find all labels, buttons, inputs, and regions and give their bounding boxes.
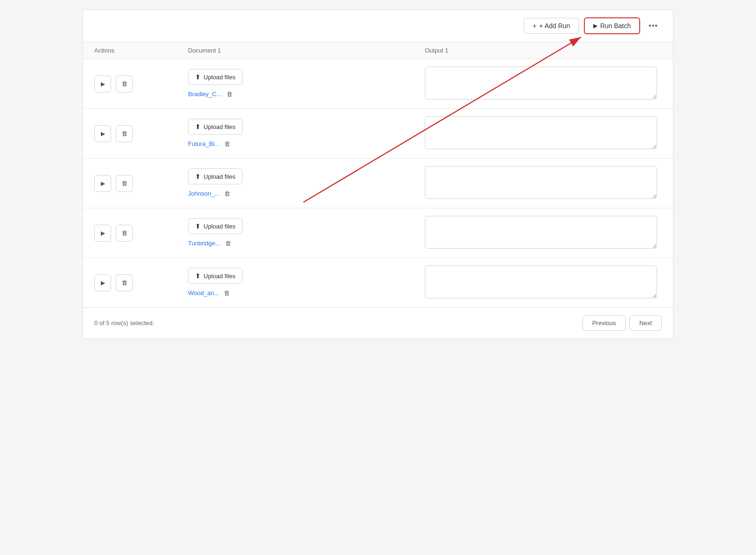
table-footer: 0 of 5 row(s) selected. Previous Next	[83, 307, 673, 338]
output-textarea[interactable]	[425, 216, 657, 249]
trash-icon: 🗑	[121, 80, 128, 87]
col-header-actions: Actions	[94, 47, 188, 54]
upload-files-button[interactable]: ⬆ Upload files	[188, 218, 242, 234]
upload-icon: ⬆	[195, 173, 201, 180]
previous-button[interactable]: Previous	[582, 315, 626, 331]
table-row: ▶ 🗑 ⬆ Upload files Tunbridge... 🗑	[83, 208, 673, 258]
output-cell	[425, 116, 662, 151]
document-cell: ⬆ Upload files Futura_Bi... 🗑	[188, 119, 425, 148]
document-cell: ⬆ Upload files Bradley_C... 🗑	[188, 69, 425, 99]
file-name: Johnson_...	[188, 190, 219, 197]
file-info: Bradley_C... 🗑	[188, 90, 416, 99]
plus-icon: +	[533, 22, 537, 30]
upload-label: Upload files	[204, 123, 235, 130]
table-row: ▶ 🗑 ⬆ Upload files Bradley_C... 🗑	[83, 59, 673, 109]
delete-row-button[interactable]: 🗑	[116, 175, 133, 192]
upload-icon: ⬆	[195, 222, 201, 230]
actions-cell: ▶ 🗑	[94, 225, 188, 242]
file-name: Futura_Bi...	[188, 140, 219, 147]
trash-icon: 🗑	[227, 91, 233, 98]
play-icon: ▶	[101, 230, 105, 236]
more-options-button[interactable]: •••	[645, 17, 662, 34]
play-button[interactable]: ▶	[94, 76, 111, 92]
run-batch-button[interactable]: ▶ Run Batch	[584, 17, 640, 34]
upload-icon: ⬆	[195, 272, 201, 280]
delete-row-button[interactable]: 🗑	[116, 125, 133, 142]
play-button[interactable]: ▶	[94, 225, 111, 242]
table-row: ▶ 🗑 ⬆ Upload files Johnson_... 🗑	[83, 159, 673, 208]
row-count: 0 of 5 row(s) selected.	[94, 319, 154, 327]
output-cell	[425, 67, 662, 101]
actions-cell: ▶ 🗑	[94, 76, 188, 92]
delete-row-button[interactable]: 🗑	[116, 274, 133, 291]
trash-icon: 🗑	[121, 279, 128, 286]
document-cell: ⬆ Upload files Johnson_... 🗑	[188, 168, 425, 198]
document-cell: ⬆ Upload files Wood_an... 🗑	[188, 268, 425, 297]
output-cell	[425, 266, 662, 300]
add-run-button[interactable]: + + Add Run	[524, 18, 579, 34]
delete-file-button[interactable]: 🗑	[223, 189, 231, 198]
file-info: Futura_Bi... 🗑	[188, 139, 416, 148]
output-cell	[425, 166, 662, 200]
output-textarea[interactable]	[425, 166, 657, 199]
pagination: Previous Next	[582, 315, 662, 331]
upload-label: Upload files	[204, 223, 235, 230]
upload-icon: ⬆	[195, 73, 201, 81]
trash-icon: 🗑	[224, 190, 230, 197]
col-header-output: Output 1	[425, 47, 662, 54]
run-batch-label: Run Batch	[600, 22, 631, 30]
play-icon: ▶	[101, 81, 105, 87]
upload-label: Upload files	[204, 173, 235, 180]
output-cell	[425, 216, 662, 250]
upload-files-button[interactable]: ⬆ Upload files	[188, 119, 242, 135]
play-button[interactable]: ▶	[94, 175, 111, 192]
file-info: Johnson_... 🗑	[188, 189, 416, 198]
delete-file-button[interactable]: 🗑	[226, 90, 234, 99]
delete-row-button[interactable]: 🗑	[116, 76, 133, 92]
play-icon: ▶	[101, 280, 105, 286]
file-info: Wood_an... 🗑	[188, 289, 416, 297]
table-body: ▶ 🗑 ⬆ Upload files Bradley_C... 🗑	[83, 59, 673, 307]
upload-label: Upload files	[204, 273, 235, 280]
document-cell: ⬆ Upload files Tunbridge... 🗑	[188, 218, 425, 248]
trash-icon: 🗑	[121, 180, 128, 187]
file-name: Bradley_C...	[188, 91, 222, 98]
col-header-document: Document 1	[188, 47, 425, 54]
output-textarea[interactable]	[425, 67, 657, 99]
file-info: Tunbridge... 🗑	[188, 239, 416, 248]
table-row: ▶ 🗑 ⬆ Upload files Wood_an... 🗑	[83, 258, 673, 307]
upload-files-button[interactable]: ⬆ Upload files	[188, 268, 242, 284]
play-button[interactable]: ▶	[94, 274, 111, 291]
next-button[interactable]: Next	[629, 315, 662, 331]
trash-icon: 🗑	[225, 240, 231, 247]
delete-file-button[interactable]: 🗑	[223, 139, 231, 148]
trash-icon: 🗑	[224, 289, 230, 297]
run-play-icon: ▶	[593, 23, 597, 29]
output-textarea[interactable]	[425, 266, 657, 298]
dots-icon: •••	[649, 22, 658, 30]
trash-icon: 🗑	[224, 140, 230, 147]
table-row: ▶ 🗑 ⬆ Upload files Futura_Bi... 🗑	[83, 109, 673, 159]
trash-icon: 🗑	[121, 229, 128, 236]
table-header: Actions Document 1 Output 1	[83, 42, 673, 59]
upload-icon: ⬆	[195, 123, 201, 130]
file-name: Wood_an...	[188, 289, 219, 297]
delete-file-button[interactable]: 🗑	[223, 289, 231, 297]
trash-icon: 🗑	[121, 130, 128, 137]
upload-files-button[interactable]: ⬆ Upload files	[188, 69, 242, 85]
upload-files-button[interactable]: ⬆ Upload files	[188, 168, 242, 184]
delete-row-button[interactable]: 🗑	[116, 225, 133, 242]
file-name: Tunbridge...	[188, 240, 220, 247]
play-icon: ▶	[101, 180, 105, 187]
play-icon: ▶	[101, 130, 105, 137]
output-textarea[interactable]	[425, 116, 657, 149]
delete-file-button[interactable]: 🗑	[224, 239, 232, 248]
actions-cell: ▶ 🗑	[94, 175, 188, 192]
upload-label: Upload files	[204, 74, 235, 81]
actions-cell: ▶ 🗑	[94, 125, 188, 142]
add-run-label: + Add Run	[539, 22, 570, 30]
toolbar: + + Add Run ▶ Run Batch •••	[83, 10, 673, 42]
play-button[interactable]: ▶	[94, 125, 111, 142]
actions-cell: ▶ 🗑	[94, 274, 188, 291]
